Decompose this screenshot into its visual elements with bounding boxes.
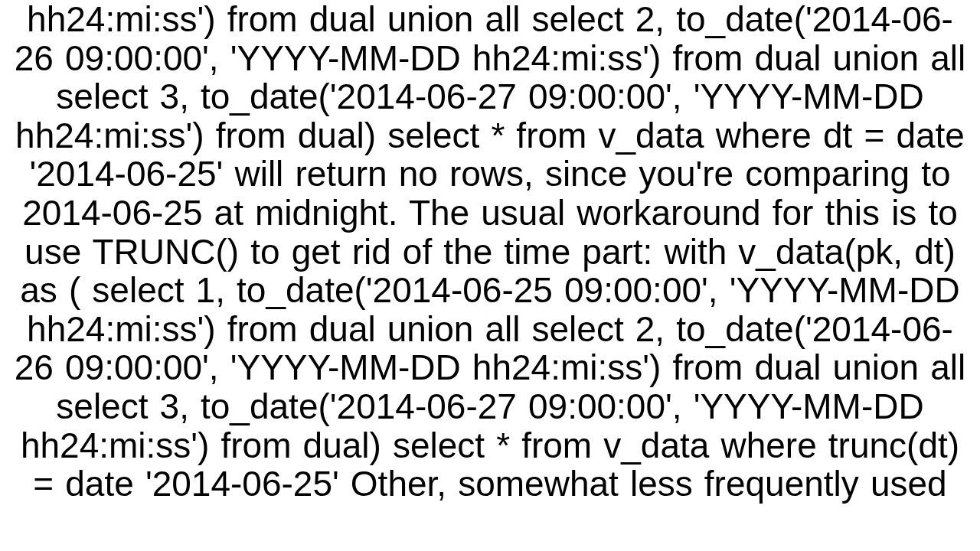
document-body: hh24:mi:ss') from dual union all select … <box>0 0 980 504</box>
body-text: hh24:mi:ss') from dual union all select … <box>15 0 965 504</box>
